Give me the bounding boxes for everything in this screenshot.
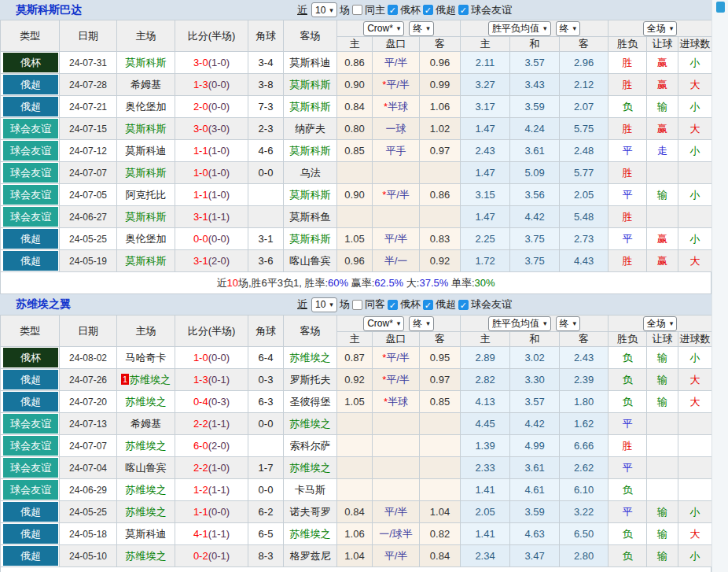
handicap-cell: 平/半	[373, 228, 420, 250]
home-team[interactable]: 苏维埃之	[126, 550, 167, 562]
halftime-score: (0-1)	[208, 550, 230, 562]
filter-checkbox[interactable]: ✓	[388, 300, 398, 310]
handicap-text: 平/半	[386, 79, 410, 90]
mean-stage-select[interactable]: 终▾	[556, 21, 581, 36]
home-team[interactable]: 莫斯科斯	[126, 167, 167, 179]
result-cell: 平	[609, 228, 647, 250]
corner-cell: 0-0	[248, 413, 284, 435]
odds-stage-select[interactable]: 终▾	[409, 316, 434, 331]
goals-result-cell	[678, 457, 712, 479]
table-row: 俄超24-07-261苏维埃之1-3(0-1)0-3罗斯托夫0.92*平/半0.…	[1, 369, 712, 391]
away-team[interactable]: 诺夫哥罗	[290, 506, 331, 518]
home-team[interactable]: 希姆基	[131, 418, 161, 430]
home-team[interactable]: 莫斯科迪	[126, 528, 167, 540]
away-team[interactable]: 罗斯托夫	[290, 374, 331, 386]
mean-type-select[interactable]: 胜平负均值▾	[488, 21, 551, 36]
away-team[interactable]: 莫斯科鱼	[290, 211, 331, 223]
table-row: 俄超24-05-10苏维埃之0-2(0-1)8-3格罗兹尼1.04平/半0.84…	[1, 545, 712, 567]
away-team[interactable]: 卡马斯	[295, 484, 325, 496]
odds-stage-select-value: 终	[413, 22, 422, 35]
odds-stage-select[interactable]: 终▾	[409, 21, 434, 36]
scope-select[interactable]: 全场▾	[643, 21, 678, 36]
away-team[interactable]: 苏维埃之	[290, 352, 331, 363]
mean-away-cell: 6.50	[560, 523, 609, 545]
home-team[interactable]: 苏维埃之	[130, 374, 171, 386]
away-team[interactable]: 纳萨夫	[295, 123, 325, 135]
mean-stage-select[interactable]: 终▾	[556, 316, 581, 331]
odds-source-select[interactable]: Crow*▾	[363, 316, 404, 331]
home-team[interactable]: 奥伦堡加	[126, 233, 167, 245]
mean-home-cell: 1.47	[461, 162, 510, 184]
corner-cell	[248, 184, 284, 206]
mean-home-cell: 2.89	[461, 347, 510, 369]
home-team[interactable]: 希姆基	[131, 79, 161, 90]
mean-home-cell: 2.05	[461, 501, 510, 523]
away-team[interactable]: 莫斯科斯	[290, 101, 331, 113]
recent-count-select[interactable]: 10▾	[311, 2, 337, 17]
home-team[interactable]: 阿克托比	[126, 189, 167, 201]
home-team-cell: 苏维埃之	[117, 479, 175, 501]
home-team[interactable]: 莫斯科斯	[126, 211, 167, 223]
home-team-cell: 苏维埃之	[117, 545, 175, 567]
home-team[interactable]: 奥伦堡加	[126, 101, 167, 113]
scope-select[interactable]: 全场▾	[643, 316, 678, 331]
away-team[interactable]: 莫斯科斯	[290, 79, 331, 90]
vertical-scrollbar[interactable]	[711, 0, 728, 572]
away-team[interactable]: 莫斯科迪	[290, 57, 331, 68]
away-team[interactable]: 苏维埃之	[290, 418, 331, 430]
away-team[interactable]: 莫斯科斯	[290, 233, 331, 245]
odds-source-select[interactable]: Crow*▾	[363, 21, 404, 36]
same-venue-checkbox[interactable]	[352, 300, 362, 310]
filter-checkbox[interactable]: ✓	[458, 300, 469, 310]
home-team[interactable]: 莫斯科斯	[126, 57, 167, 68]
scope-select-group: 全场▾	[609, 316, 712, 332]
score-cell: 0-4(0-3)	[175, 391, 248, 413]
filter-checkbox[interactable]: ✓	[458, 5, 469, 15]
summary-segment: 近	[216, 276, 226, 290]
away-team[interactable]: 喀山鲁宾	[290, 255, 331, 267]
team-name[interactable]: 苏维埃之翼	[16, 297, 71, 312]
filter-checkbox[interactable]: ✓	[388, 5, 398, 15]
filter-checkbox[interactable]: ✓	[423, 5, 433, 15]
away-team-cell: 罗斯托夫	[284, 369, 337, 391]
home-team[interactable]: 苏维埃之	[126, 396, 167, 408]
home-team[interactable]: 马哈奇卡	[126, 352, 167, 363]
away-team[interactable]: 圣彼得堡	[290, 396, 331, 408]
halftime-score: (1-1)	[208, 211, 230, 223]
away-team[interactable]: 莫斯科斯	[290, 189, 331, 201]
corner-cell: 6-5	[248, 523, 284, 545]
halftime-score: (0-1)	[208, 374, 230, 386]
recent-count-select[interactable]: 10▾	[311, 297, 337, 312]
away-team[interactable]: 苏维埃之	[290, 528, 331, 540]
team-name[interactable]: 莫斯科斯巴达	[16, 3, 82, 17]
away-team[interactable]: 索科尔萨	[290, 440, 331, 452]
scrollbar-thumb[interactable]	[716, 2, 725, 13]
league-type-cell: 球会友谊	[1, 162, 60, 184]
home-team[interactable]: 莫斯科迪	[126, 145, 167, 157]
mean-type-select[interactable]: 胜平负均值▾	[488, 316, 551, 331]
away-team[interactable]: 格罗兹尼	[290, 550, 331, 562]
same-venue-checkbox[interactable]	[352, 5, 362, 15]
away-team[interactable]: 莫斯科斯	[290, 145, 331, 157]
home-team-cell: 莫斯科斯	[117, 118, 175, 140]
handicap-result-cell: 输	[647, 96, 678, 118]
home-team[interactable]: 莫斯科斯	[126, 123, 167, 135]
mean-home-cell: 2.34	[461, 545, 510, 567]
date-cell: 24-06-27	[60, 206, 117, 228]
home-team[interactable]: 喀山鲁宾	[126, 462, 167, 474]
odds-away-cell: 0.82	[420, 523, 461, 545]
home-team[interactable]: 莫斯科斯	[126, 255, 167, 267]
home-team[interactable]: 苏维埃之	[126, 440, 167, 452]
odds-away-cell	[420, 435, 461, 457]
home-team-cell: 莫斯科迪	[117, 140, 175, 162]
goals-result-cell	[678, 435, 712, 457]
filter-checkbox[interactable]: ✓	[423, 300, 433, 310]
column-header: 比分(半场)	[175, 20, 248, 52]
away-team[interactable]: 乌法	[300, 167, 321, 179]
away-team[interactable]: 苏维埃之	[290, 462, 331, 474]
fulltime-score: 1-3	[193, 79, 208, 90]
goals-result-cell: 大	[678, 118, 712, 140]
home-team[interactable]: 苏维埃之	[126, 484, 167, 496]
league-type-cell: 俄超	[1, 545, 60, 567]
home-team[interactable]: 苏维埃之	[126, 506, 167, 518]
